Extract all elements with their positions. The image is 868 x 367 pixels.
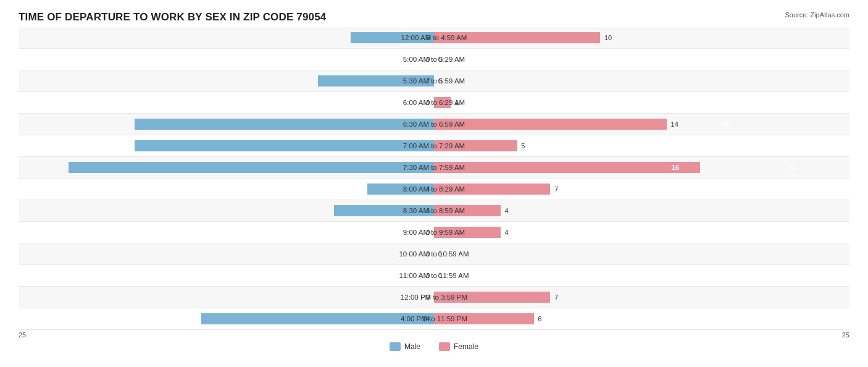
bar-female — [434, 184, 550, 195]
source-label: Source: ZipAtlas.com — [785, 11, 849, 19]
val-male: 18 — [722, 142, 729, 150]
val-female: 4 — [504, 207, 508, 214]
val-male: 0 — [426, 272, 430, 279]
bar-female — [434, 227, 501, 238]
chart-row: 12:00 PM to 3:59 PM07 — [19, 287, 849, 308]
chart-row: 11:00 AM to 11:59 AM00 — [19, 265, 849, 287]
val-male: 7 — [426, 77, 430, 85]
chart-row: 7:00 AM to 7:29 AM185 — [19, 135, 849, 157]
chart-container: TIME OF DEPARTURE TO WORK BY SEX IN ZIP … — [0, 0, 868, 367]
val-female: 4 — [504, 229, 508, 236]
bar-female — [434, 292, 550, 303]
bar-female — [434, 313, 534, 324]
bar-male — [135, 140, 434, 151]
bar-male — [201, 313, 434, 324]
val-female: 0 — [438, 272, 442, 279]
chart-row: 9:00 AM to 9:59 AM04 — [19, 222, 849, 243]
val-male: 0 — [426, 99, 430, 106]
val-male: 5 — [426, 34, 430, 41]
chart-row: 4:00 PM to 11:59 PM146 — [19, 308, 849, 330]
row-label: 5:00 AM to 5:29 AM — [403, 56, 465, 63]
chart-row: 7:30 AM to 7:59 AM2216 — [19, 157, 849, 179]
chart-row: 8:30 AM to 8:59 AM64 — [19, 200, 849, 222]
val-male: 22 — [788, 164, 795, 171]
axis-labels: 25 25 — [19, 331, 849, 339]
bar-female — [434, 140, 517, 151]
chart-row: 10:00 AM to 10:59 AM00 — [19, 243, 849, 265]
axis-right: 25 — [842, 331, 849, 339]
legend-male-box — [390, 342, 401, 351]
val-female: 5 — [521, 142, 525, 150]
val-female: 0 — [438, 250, 442, 258]
legend-male-label: Male — [404, 342, 420, 351]
bar-female — [434, 205, 501, 216]
bar-male — [367, 184, 434, 195]
bar-male — [318, 75, 434, 86]
val-male: 0 — [426, 250, 430, 258]
bar-male — [334, 205, 434, 216]
bar-male — [135, 119, 434, 130]
legend: Male Female — [19, 342, 849, 351]
legend-male: Male — [390, 342, 420, 351]
val-male: 6 — [426, 207, 430, 214]
bar-female — [434, 32, 600, 43]
legend-female-label: Female — [454, 342, 478, 351]
val-male: 0 — [426, 293, 430, 301]
val-female: 1 — [455, 99, 459, 106]
val-female: 0 — [438, 77, 442, 85]
legend-female: Female — [439, 342, 478, 351]
val-male: 18 — [722, 120, 729, 128]
legend-female-box — [439, 342, 450, 351]
row-label: 11:00 AM to 11:59 AM — [399, 272, 469, 279]
val-female: 6 — [538, 315, 541, 323]
chart-row: 6:00 AM to 6:29 AM01 — [19, 92, 849, 114]
chart-row: 12:00 AM to 4:59 AM510 — [19, 27, 849, 49]
val-female: 16 — [672, 164, 679, 171]
chart-row: 6:30 AM to 6:59 AM1814 — [19, 114, 849, 135]
bar-female — [434, 119, 667, 130]
val-male: 4 — [426, 185, 430, 193]
val-female: 10 — [604, 34, 612, 41]
chart-row: 8:00 AM to 8:29 AM47 — [19, 179, 849, 200]
val-female: 0 — [438, 56, 442, 63]
chart-row: 5:00 AM to 5:29 AM00 — [19, 49, 849, 70]
val-female: 7 — [554, 185, 558, 193]
val-female: 7 — [554, 293, 558, 301]
axis-left: 25 — [19, 331, 26, 339]
bar-male — [351, 32, 434, 43]
bar-female — [434, 162, 700, 173]
chart-row: 5:30 AM to 5:59 AM70 — [19, 70, 849, 92]
val-male: 14 — [422, 315, 430, 323]
val-male: 0 — [426, 56, 430, 63]
chart-title: TIME OF DEPARTURE TO WORK BY SEX IN ZIP … — [19, 11, 849, 23]
val-female: 14 — [671, 120, 678, 128]
val-male: 0 — [426, 229, 430, 236]
chart-area: 12:00 AM to 4:59 AM5105:00 AM to 5:29 AM… — [19, 27, 849, 330]
bar-male — [69, 162, 434, 173]
bar-female — [434, 97, 451, 108]
row-label: 10:00 AM to 10:59 AM — [399, 250, 469, 258]
